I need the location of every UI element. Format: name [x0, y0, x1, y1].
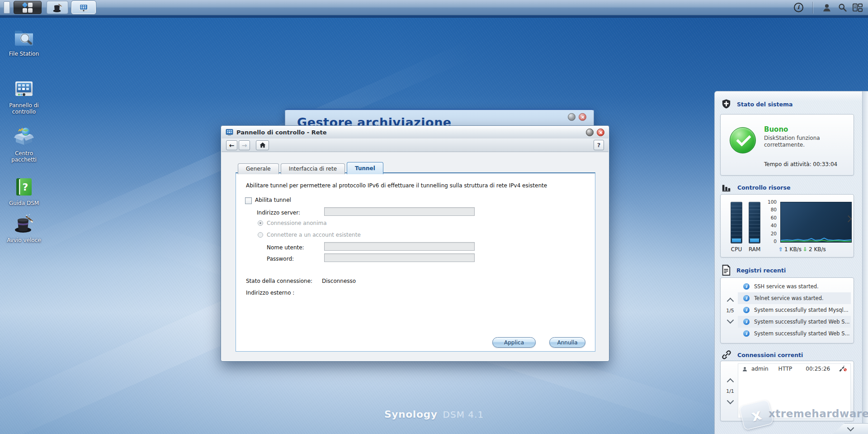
- log-row[interactable]: i Telnet service was started.: [738, 292, 851, 304]
- info-icon: i: [743, 330, 750, 337]
- control-panel-icon: [13, 78, 35, 100]
- show-desktop-button[interactable]: [4, 1, 10, 14]
- recent-logs-box: 1/5 i SSH service was started. i Telnet …: [720, 277, 854, 343]
- widgets-button[interactable]: [850, 0, 865, 15]
- page-down-chevron[interactable]: [726, 316, 734, 324]
- axis-tick: 0: [765, 238, 777, 244]
- existing-account-radio[interactable]: [258, 232, 263, 238]
- username-input[interactable]: [324, 242, 475, 251]
- forward-arrow-icon: →: [242, 142, 247, 149]
- sidebar-scroll-gutter[interactable]: [862, 91, 868, 434]
- widgets-sidebar: Stato del sistema Buono DiskStation funz…: [714, 91, 868, 434]
- minimize-button[interactable]: [568, 113, 576, 121]
- cancel-button[interactable]: Annulla: [549, 337, 585, 348]
- enable-tunnel-label: Abilita tunnel: [255, 197, 291, 203]
- apply-button[interactable]: Applica: [492, 337, 536, 348]
- home-icon: [259, 142, 266, 148]
- page-up-chevron[interactable]: [726, 378, 734, 385]
- anonymous-connection-radio[interactable]: [258, 220, 263, 226]
- close-button[interactable]: [579, 113, 586, 121]
- control-panel-network-dialog: Pannello di controllo - Rete ← → ? Gener…: [221, 125, 609, 362]
- username-label: Nome utente:: [267, 244, 304, 251]
- desktop-icon-label: Pannello di controllo: [2, 102, 46, 115]
- ram-label: RAM: [749, 246, 760, 253]
- forward-button[interactable]: →: [239, 140, 250, 150]
- recent-logs-header: Registri recenti: [721, 265, 786, 276]
- widget-title: Controllo risorse: [737, 184, 790, 191]
- connection-status-value: Disconnesso: [322, 278, 356, 284]
- desktop-icon-quick-start[interactable]: Avvio veloce: [2, 213, 46, 243]
- package-center-icon: [13, 126, 35, 148]
- server-address-input[interactable]: [324, 207, 475, 216]
- user-menu-button[interactable]: [819, 0, 835, 15]
- logs-pager: 1/5: [723, 278, 737, 343]
- axis-tick: 20: [765, 231, 777, 236]
- taskbar: i: [0, 0, 868, 15]
- dsm-version-text: DSM 4.1: [443, 409, 484, 420]
- taskbar-task-quick-start[interactable]: [47, 1, 68, 14]
- desktop-icon-package-center[interactable]: Centro pacchetti: [2, 126, 46, 163]
- connection-protocol: HTTP: [778, 366, 793, 372]
- magic-hat-icon: [13, 213, 35, 234]
- external-address-label: Indirizzo esterno :: [246, 290, 294, 296]
- connection-user: admin: [751, 366, 769, 372]
- close-button[interactable]: [597, 129, 604, 136]
- desktop-icon-file-station[interactable]: File Station: [2, 26, 46, 57]
- chain-link-icon: [721, 349, 732, 360]
- log-row[interactable]: i System successfully started Web S...: [738, 316, 851, 328]
- info-button[interactable]: i: [791, 0, 806, 15]
- widget-title: Registri recenti: [736, 267, 786, 274]
- taskbar-task-control-panel[interactable]: [71, 1, 96, 14]
- sidebar-collapse-button[interactable]: [833, 423, 868, 434]
- existing-account-label: Connettere a un account esistente: [267, 232, 361, 238]
- widget-title: Stato del sistema: [737, 101, 793, 108]
- back-button[interactable]: ←: [226, 140, 237, 150]
- main-menu-button[interactable]: [14, 1, 42, 14]
- enable-tunnel-checkbox[interactable]: [245, 197, 252, 204]
- tab-interfaccia-di-rete[interactable]: Interfaccia di rete: [281, 163, 345, 174]
- tab-generale[interactable]: Generale: [238, 163, 279, 174]
- search-button[interactable]: [835, 0, 850, 15]
- collapse-chevron-icon: [847, 424, 854, 432]
- help-button[interactable]: ?: [594, 140, 604, 150]
- password-input[interactable]: [324, 253, 475, 262]
- log-text: System successfully started Mysql...: [754, 307, 849, 313]
- log-row[interactable]: i System successfully started Web S...: [738, 328, 851, 339]
- log-row[interactable]: i System successfully started Mysql...: [738, 304, 851, 316]
- log-rows: i SSH service was started. i Telnet serv…: [738, 281, 851, 339]
- tunnel-tab-panel: Abilitare tunnel per permettere al proto…: [236, 172, 595, 352]
- taskbar-separator: [812, 2, 813, 14]
- system-status-box: Buono DiskStation funziona correttamente…: [720, 114, 854, 176]
- page-down-chevron[interactable]: [726, 397, 734, 404]
- ram-gauge: [749, 202, 760, 243]
- dialog-window-controls: [586, 129, 604, 136]
- page-indicator: 1/1: [726, 388, 734, 394]
- log-row[interactable]: i SSH service was started.: [738, 281, 851, 292]
- tab-tunnel[interactable]: Tunnel: [347, 162, 383, 174]
- status-ok-icon: [730, 127, 756, 153]
- cpu-label: CPU: [731, 246, 742, 253]
- info-icon: i: [743, 307, 750, 313]
- connections-pager: 1/1: [723, 361, 737, 421]
- desktop-icon-label: Avvio veloce: [2, 237, 46, 243]
- dialog-title: Pannello di controllo - Rete: [236, 129, 586, 136]
- log-document-icon: [721, 265, 731, 276]
- upload-rate: 1 KB/s: [784, 246, 802, 253]
- resource-monitor-box[interactable]: CPU RAM 100 80 60 40 20 0 ⇧ 1 KB/s ⇩ 2 K…: [720, 194, 854, 258]
- home-button[interactable]: [256, 140, 269, 150]
- file-station-icon: [13, 26, 35, 48]
- desktop-icon-label: Centro pacchetti: [2, 150, 46, 163]
- minimize-button[interactable]: [586, 129, 594, 136]
- download-rate: 2 KB/s: [809, 246, 826, 253]
- cpu-gauge: [731, 202, 742, 243]
- dsm-help-icon: ?: [13, 176, 35, 197]
- desktop-icon-dsm-help[interactable]: ? Guida DSM: [2, 176, 46, 206]
- dialog-titlebar[interactable]: Pannello di controllo - Rete: [222, 126, 609, 138]
- axis-tick: 100: [765, 199, 777, 205]
- kill-connection-button[interactable]: [839, 366, 847, 372]
- desktop-icon-control-panel[interactable]: Pannello di controllo: [2, 78, 46, 115]
- dialog-toolbar: ← → ?: [222, 138, 609, 152]
- info-icon: i: [794, 3, 803, 12]
- page-up-chevron[interactable]: [726, 297, 734, 305]
- connection-row[interactable]: admin HTTP 00:25:26: [738, 364, 850, 374]
